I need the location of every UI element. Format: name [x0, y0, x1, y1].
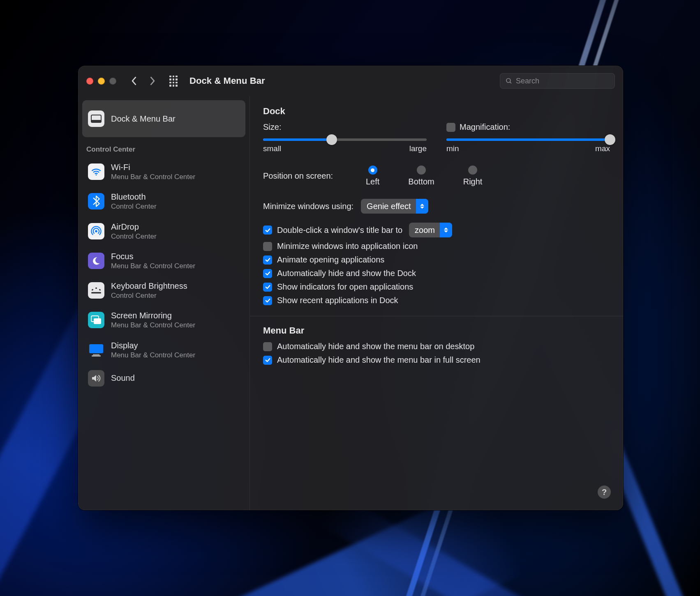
search-field[interactable]: [500, 73, 615, 89]
magnification-slider[interactable]: [446, 138, 610, 141]
dock-icon: [88, 110, 104, 127]
show-indicators-label: Show indicators for open applications: [277, 282, 413, 292]
dock-heading: Dock: [263, 106, 610, 117]
forward-button[interactable]: [146, 75, 158, 87]
minimize-into-icon-label: Minimize windows into application icon: [277, 242, 418, 251]
magnification-min-label: min: [446, 144, 459, 153]
keyboard-brightness-icon: [88, 282, 104, 299]
close-button[interactable]: [86, 78, 93, 85]
menubar-heading: Menu Bar: [263, 325, 610, 336]
bluetooth-icon: [88, 193, 104, 209]
sidebar-item-label: Keyboard Brightness: [111, 281, 187, 291]
svg-rect-6: [95, 288, 97, 289]
minimize-button[interactable]: [98, 78, 105, 85]
animate-opening-checkbox[interactable]: [263, 255, 272, 265]
doubleclick-label: Double-click a window's title bar to: [277, 226, 402, 235]
sidebar-section-header: Control Center: [82, 139, 245, 158]
focus-icon: [88, 253, 104, 269]
section-divider: [250, 316, 623, 316]
svg-rect-7: [92, 289, 94, 291]
show-recent-apps-checkbox[interactable]: [263, 296, 272, 305]
sound-icon: [88, 370, 104, 387]
magnification-checkbox[interactable]: [446, 123, 455, 132]
svg-rect-14: [92, 355, 101, 357]
autohide-menubar-desktop-label: Automatically hide and show the menu bar…: [277, 342, 474, 351]
sidebar-item-label: Focus: [111, 251, 195, 262]
autohide-dock-label: Automatically hide and show the Dock: [277, 269, 416, 278]
minimize-using-dropdown[interactable]: Genie effect: [361, 199, 428, 214]
size-slider-thumb[interactable]: [326, 134, 337, 145]
sidebar-item-label: Bluetooth: [111, 192, 157, 202]
position-label: Position on screen:: [263, 171, 366, 181]
sidebar-item-label: Display: [111, 341, 195, 351]
system-preferences-window: Dock & Menu Bar Dock & Menu Bar Control …: [78, 66, 623, 510]
sidebar-item-sublabel: Menu Bar & Control Center: [111, 321, 195, 329]
autohide-dock-checkbox[interactable]: [263, 269, 272, 278]
sidebar-item-focus[interactable]: Focus Menu Bar & Control Center: [82, 247, 245, 275]
position-radio-left[interactable]: Left: [366, 166, 379, 186]
svg-rect-9: [91, 292, 101, 294]
autohide-menubar-fullscreen-label: Automatically hide and show the menu bar…: [277, 355, 481, 365]
dropdown-value: Genie effect: [367, 202, 411, 211]
svg-point-4: [96, 175, 97, 176]
sidebar-item-dock-menu-bar[interactable]: Dock & Menu Bar: [82, 100, 245, 137]
doubleclick-checkbox[interactable]: [263, 226, 272, 235]
show-recent-apps-label: Show recent applications in Dock: [277, 296, 398, 305]
sidebar-item-label: Screen Mirroring: [111, 311, 195, 321]
sidebar-item-airdrop[interactable]: AirDrop Control Center: [82, 217, 245, 245]
sidebar-item-sublabel: Control Center: [111, 232, 157, 241]
position-radio-label: Left: [366, 177, 379, 186]
position-radio-right[interactable]: Right: [463, 166, 483, 186]
screen-mirroring-icon: [88, 312, 104, 328]
minimize-into-icon-checkbox[interactable]: [263, 242, 272, 251]
svg-point-5: [95, 230, 97, 232]
position-radio-label: Bottom: [408, 177, 434, 186]
autohide-menubar-fullscreen-checkbox[interactable]: [263, 356, 272, 365]
position-radio-bottom[interactable]: Bottom: [408, 166, 434, 186]
sidebar-item-sound[interactable]: Sound: [82, 366, 245, 391]
minimize-using-label: Minimize windows using:: [263, 202, 353, 211]
sidebar-item-label: Dock & Menu Bar: [111, 114, 176, 124]
display-icon: [88, 342, 104, 358]
zoom-button[interactable]: [109, 78, 116, 85]
svg-rect-8: [99, 289, 101, 291]
sidebar-item-keyboard-brightness[interactable]: Keyboard Brightness Control Center: [82, 276, 245, 304]
autohide-menubar-desktop-checkbox[interactable]: [263, 342, 272, 351]
svg-rect-11: [94, 318, 101, 324]
svg-rect-12: [89, 344, 103, 353]
content-pane: Dock Size: small large Ma: [250, 96, 623, 510]
airdrop-icon: [88, 223, 104, 239]
sidebar-item-label: AirDrop: [111, 222, 157, 232]
titlebar: Dock & Menu Bar: [78, 66, 623, 96]
sidebar-item-sublabel: Menu Bar & Control Center: [111, 262, 195, 270]
traffic-lights: [86, 78, 116, 85]
size-label: Size:: [263, 122, 281, 132]
back-button[interactable]: [128, 75, 140, 87]
position-radio-label: Right: [463, 177, 483, 186]
svg-line-1: [510, 82, 511, 83]
sidebar-item-sublabel: Control Center: [111, 291, 187, 300]
sidebar-item-wifi[interactable]: Wi-Fi Menu Bar & Control Center: [82, 158, 245, 186]
sidebar-item-sublabel: Control Center: [111, 202, 157, 211]
search-input[interactable]: [516, 77, 611, 85]
show-indicators-checkbox[interactable]: [263, 283, 272, 292]
animate-opening-label: Animate opening applications: [277, 255, 384, 265]
size-slider[interactable]: [263, 138, 427, 141]
magnification-max-label: max: [595, 144, 610, 153]
magnification-slider-thumb[interactable]: [605, 134, 615, 145]
svg-rect-13: [93, 354, 99, 355]
size-max-label: large: [409, 144, 427, 153]
chevron-up-down-icon: [440, 223, 452, 237]
magnification-label: Magnification:: [460, 122, 510, 132]
doubleclick-action-dropdown[interactable]: zoom: [409, 223, 452, 237]
sidebar-item-display[interactable]: Display Menu Bar & Control Center: [82, 336, 245, 364]
show-all-button[interactable]: [168, 76, 179, 86]
sidebar-item-screen-mirroring[interactable]: Screen Mirroring Menu Bar & Control Cent…: [82, 306, 245, 334]
sidebar-item-label: Sound: [111, 373, 135, 383]
sidebar: Dock & Menu Bar Control Center Wi-Fi Men…: [78, 96, 250, 510]
help-button[interactable]: ?: [598, 486, 611, 499]
search-icon: [505, 77, 513, 85]
svg-point-0: [506, 78, 511, 83]
svg-rect-3: [91, 120, 101, 122]
sidebar-item-bluetooth[interactable]: Bluetooth Control Center: [82, 187, 245, 215]
